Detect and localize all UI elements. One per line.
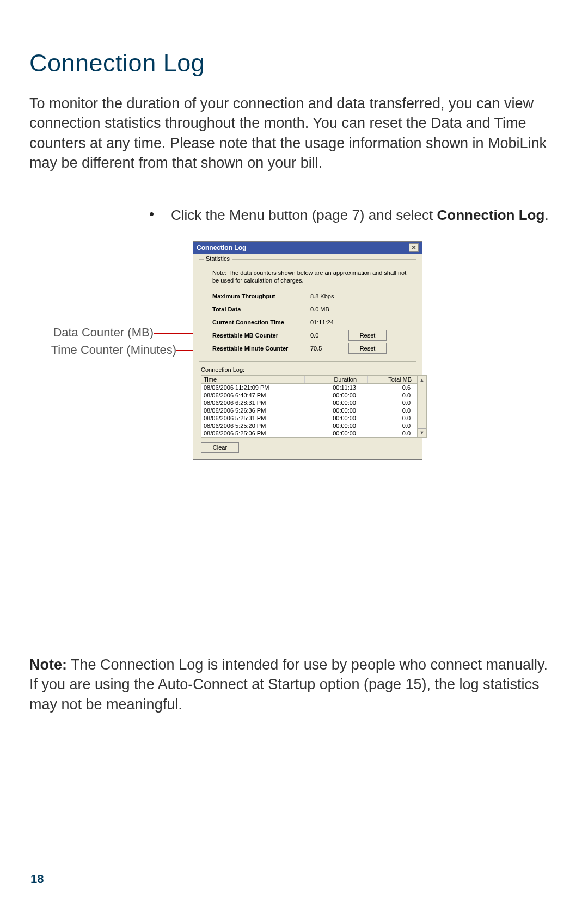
cell-duration: 00:00:00 bbox=[304, 392, 367, 398]
cell-time: 08/06/2006 5:26:36 PM bbox=[204, 407, 304, 414]
cell-duration: 00:00:00 bbox=[304, 415, 367, 421]
mincounter-value: 70.5 bbox=[310, 345, 348, 352]
conntime-value: 01:11:24 bbox=[310, 319, 348, 326]
bullet-text: Click the Menu button (page 7) and selec… bbox=[171, 206, 549, 225]
log-table: Time Duration Total MB 08/06/2006 11:21:… bbox=[201, 375, 418, 438]
throughput-value: 8.8 Kbps bbox=[310, 293, 348, 299]
bullet-prefix: Click the Menu button (page 7) and selec… bbox=[171, 207, 437, 223]
cell-duration: 00:00:00 bbox=[304, 407, 367, 414]
table-row[interactable]: 08/06/2006 5:25:20 PM00:00:000.0 bbox=[201, 422, 417, 430]
clear-button[interactable]: Clear bbox=[201, 442, 239, 453]
conntime-label: Current Connection Time bbox=[212, 319, 310, 326]
figure: Data Counter (MB) Time Counter (Minutes)… bbox=[29, 236, 559, 513]
log-table-wrap: Time Duration Total MB 08/06/2006 11:21:… bbox=[201, 375, 416, 438]
page-title: Connection Log bbox=[29, 49, 559, 77]
annot-time-counter: Time Counter (Minutes) bbox=[29, 343, 176, 357]
reset-min-button[interactable]: Reset bbox=[348, 343, 387, 354]
bullet-suffix: . bbox=[544, 207, 548, 223]
cell-duration: 00:00:00 bbox=[304, 430, 367, 437]
dialog-titlebar: Connection Log ✕ bbox=[193, 242, 422, 254]
scroll-up-icon[interactable]: ▲ bbox=[418, 376, 426, 384]
note-paragraph: Note: The Connection Log is intended for… bbox=[29, 655, 559, 714]
log-rows: 08/06/2006 11:21:09 PM00:11:130.608/06/2… bbox=[201, 384, 417, 437]
scroll-down-icon[interactable]: ▼ bbox=[418, 428, 426, 437]
page-number: 18 bbox=[30, 872, 44, 886]
log-scrollbar[interactable]: ▲ ▼ bbox=[418, 375, 427, 438]
cell-totalmb: 0.0 bbox=[367, 392, 414, 398]
table-row[interactable]: 08/06/2006 11:21:09 PM00:11:130.6 bbox=[201, 384, 417, 391]
col-time-header[interactable]: Time bbox=[204, 376, 305, 383]
cell-totalmb: 0.0 bbox=[367, 400, 414, 406]
statistics-group: Statistics Note: The data counters shown… bbox=[199, 259, 416, 363]
reset-mb-button[interactable]: Reset bbox=[348, 330, 387, 341]
cell-totalmb: 0.0 bbox=[367, 422, 414, 429]
cell-time: 08/06/2006 5:25:20 PM bbox=[204, 422, 304, 429]
mbcounter-value: 0.0 bbox=[310, 332, 348, 339]
log-table-header: Time Duration Total MB bbox=[201, 376, 417, 384]
dialog-title: Connection Log bbox=[197, 244, 246, 251]
totaldata-value: 0.0 MB bbox=[310, 306, 348, 312]
stats-note: Note: The data counters shown below are … bbox=[212, 269, 411, 285]
cell-time: 08/06/2006 11:21:09 PM bbox=[204, 384, 304, 391]
cell-time: 08/06/2006 6:40:47 PM bbox=[204, 392, 304, 398]
table-row[interactable]: 08/06/2006 5:25:31 PM00:00:000.0 bbox=[201, 414, 417, 422]
annot-data-counter: Data Counter (MB) bbox=[29, 326, 154, 340]
cell-time: 08/06/2006 5:25:06 PM bbox=[204, 430, 304, 437]
col-totalmb-header[interactable]: Total MB bbox=[368, 376, 415, 383]
log-section-label: Connection Log: bbox=[201, 366, 422, 373]
note-label: Note: bbox=[29, 657, 67, 673]
cell-duration: 00:11:13 bbox=[304, 384, 367, 391]
close-icon: ✕ bbox=[412, 245, 416, 250]
table-row[interactable]: 08/06/2006 6:40:47 PM00:00:000.0 bbox=[201, 391, 417, 399]
cell-time: 08/06/2006 6:28:31 PM bbox=[204, 400, 304, 406]
row-mb-counter: Resettable MB Counter 0.0 Reset bbox=[212, 330, 411, 341]
mbcounter-label: Resettable MB Counter bbox=[212, 332, 310, 339]
cell-time: 08/06/2006 5:25:31 PM bbox=[204, 415, 304, 421]
cell-totalmb: 0.6 bbox=[367, 384, 414, 391]
cell-totalmb: 0.0 bbox=[367, 415, 414, 421]
table-row[interactable]: 08/06/2006 6:28:31 PM00:00:000.0 bbox=[201, 399, 417, 407]
table-row[interactable]: 08/06/2006 5:26:36 PM00:00:000.0 bbox=[201, 407, 417, 414]
row-conn-time: Current Connection Time 01:11:24 bbox=[212, 317, 411, 328]
cell-duration: 00:00:00 bbox=[304, 400, 367, 406]
row-min-counter: Resettable Minute Counter 70.5 Reset bbox=[212, 343, 411, 354]
throughput-label: Maximum Throughput bbox=[212, 293, 310, 299]
bullet-icon: • bbox=[149, 206, 171, 225]
totaldata-label: Total Data bbox=[212, 306, 310, 312]
bullet-bold: Connection Log bbox=[437, 207, 545, 223]
connection-log-dialog: Connection Log ✕ Statistics Note: The da… bbox=[193, 241, 422, 461]
group-title: Statistics bbox=[204, 255, 232, 262]
cell-totalmb: 0.0 bbox=[367, 407, 414, 414]
mincounter-label: Resettable Minute Counter bbox=[212, 345, 310, 352]
table-row[interactable]: 08/06/2006 5:25:06 PM00:00:000.0 bbox=[201, 430, 417, 437]
close-button[interactable]: ✕ bbox=[409, 243, 419, 252]
cell-duration: 00:00:00 bbox=[304, 422, 367, 429]
row-total-data: Total Data 0.0 MB bbox=[212, 304, 411, 315]
row-throughput: Maximum Throughput 8.8 Kbps bbox=[212, 291, 411, 302]
document-page: Connection Log To monitor the duration o… bbox=[0, 0, 588, 908]
cell-totalmb: 0.0 bbox=[367, 430, 414, 437]
instruction-bullet: • Click the Menu button (page 7) and sel… bbox=[149, 206, 559, 225]
intro-paragraph: To monitor the duration of your connecti… bbox=[29, 94, 559, 173]
col-duration-header[interactable]: Duration bbox=[305, 376, 368, 383]
note-body: The Connection Log is intended for use b… bbox=[29, 657, 548, 713]
